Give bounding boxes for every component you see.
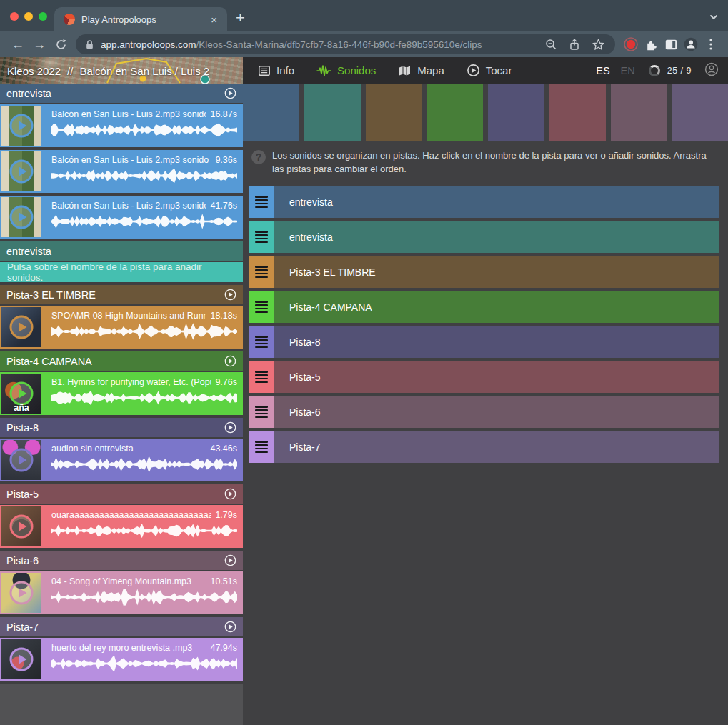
track-play-icon[interactable] [224, 621, 236, 633]
back-button[interactable]: ← [7, 34, 29, 55]
tab-title: Play Antropoloops [81, 14, 201, 25]
clip-play-icon[interactable] [9, 205, 34, 229]
clip-thumbnail[interactable]: aña [1, 374, 41, 414]
clip-play-icon[interactable] [9, 381, 34, 406]
clip-play-icon[interactable] [9, 581, 34, 605]
minimize-window-icon[interactable] [24, 12, 33, 21]
track-play-icon[interactable] [224, 421, 236, 434]
help-box: ? Los sonidos se organizan en pistas. Ha… [243, 141, 728, 176]
audio-clip[interactable]: Balcón en San Luis - Luis 2.mp3 sonido h… [0, 150, 243, 193]
track-row-8[interactable]: Pista-7 [249, 431, 719, 463]
breadcrumb-project[interactable]: Kleos 2022 [7, 64, 61, 76]
track-header[interactable]: Pista-7 [0, 617, 243, 636]
row-track-name: entrevista [289, 231, 333, 243]
audio-clip[interactable]: añaB1. Hymns for purifying water, Etc. (… [0, 372, 243, 415]
tab-close-icon[interactable]: × [208, 13, 220, 26]
track-row-7[interactable]: Pista-6 [249, 396, 719, 428]
clip-waveform [51, 588, 237, 606]
audio-clip[interactable]: ouaraaaaaaaaaaaaaaaaaaaaaaaaaaaaaaaaaaa.… [0, 505, 243, 548]
breadcrumb-separator: // [67, 64, 73, 76]
track-header[interactable]: entrevista [0, 84, 243, 103]
clip-play-icon[interactable] [9, 448, 34, 472]
audio-clip[interactable]: SPOAMR 08 High Mountains and Running ...… [0, 306, 243, 349]
lang-es-button[interactable]: ES [596, 65, 609, 76]
new-tab-button[interactable]: + [236, 10, 245, 26]
track-play-icon[interactable] [224, 488, 236, 500]
drag-handle[interactable] [249, 396, 274, 428]
lang-en-button[interactable]: EN [621, 65, 635, 76]
audio-clip[interactable]: Balcón en San Luis - Luis 2.mp3 sonido h… [0, 196, 243, 239]
clip-thumbnail[interactable] [1, 573, 41, 613]
side-panel-icon[interactable] [661, 34, 681, 54]
drag-handle[interactable] [249, 361, 274, 393]
url-text[interactable]: app.antropoloops.com/Kleos-Santa-Marina/… [101, 39, 536, 50]
account-icon[interactable] [704, 62, 719, 79]
clip-thumbnail[interactable] [1, 440, 41, 480]
zoom-window-icon[interactable] [39, 12, 47, 21]
url-bar[interactable]: app.antropoloops.com/Kleos-Santa-Marina/… [76, 34, 615, 54]
track-row-1[interactable]: entrevista [249, 186, 719, 218]
drag-handle[interactable] [249, 256, 274, 288]
map-thumbnail[interactable]: Kleos 2022 // Balcón en San Luis / Luis … [0, 57, 243, 84]
clip-thumbnail[interactable] [1, 506, 41, 546]
audio-clip[interactable]: Balcón en San Luis - Luis 2.mp3 sonido h… [0, 104, 243, 147]
audio-clip[interactable]: huerto del rey moro entrevista .mp347.94… [0, 638, 243, 681]
drag-handle-icon [255, 334, 268, 349]
nav-sonidos[interactable]: Sonidos [316, 64, 376, 77]
track-header[interactable]: entrevista [0, 241, 243, 261]
sidebar-track-4: Pista-4 CAMPANAañaB1. Hymns for purifyin… [0, 351, 243, 415]
audio-clip[interactable]: 04 - Song of Yimeng Mountain.mp310.51s [0, 571, 243, 614]
clip-play-icon[interactable] [9, 114, 34, 138]
zoom-icon[interactable] [542, 39, 559, 51]
clip-play-icon[interactable] [9, 315, 34, 339]
browser-menu-icon[interactable] [701, 34, 721, 54]
track-play-icon[interactable] [224, 355, 236, 367]
forward-button[interactable]: → [29, 34, 50, 55]
clip-counter: 25 / 9 [667, 66, 692, 76]
clip-thumbnail[interactable] [1, 639, 41, 679]
extensions-puzzle-icon[interactable] [641, 34, 661, 54]
clip-play-icon[interactable] [9, 647, 34, 671]
track-play-icon[interactable] [224, 87, 236, 99]
profile-avatar-icon[interactable] [681, 34, 701, 54]
record-extension-icon[interactable] [621, 34, 641, 54]
close-window-icon[interactable] [10, 12, 19, 21]
track-header[interactable]: Pista-4 CAMPANA [0, 351, 243, 371]
clip-thumbnail[interactable] [1, 151, 41, 191]
drag-handle[interactable] [249, 291, 274, 323]
nav-info[interactable]: Info [258, 64, 294, 77]
nav-tocar[interactable]: Tocar [467, 64, 512, 77]
track-header[interactable]: Pista-5 [0, 484, 243, 504]
swatch-1 [243, 84, 299, 141]
drag-handle[interactable] [249, 326, 274, 358]
reload-button[interactable] [50, 34, 71, 55]
track-header[interactable]: Pista-8 [0, 418, 243, 437]
track-row-6[interactable]: Pista-5 [249, 361, 719, 393]
track-play-icon[interactable] [224, 554, 236, 566]
track-row-5[interactable]: Pista-8 [249, 326, 719, 358]
drag-handle[interactable] [249, 186, 274, 218]
drag-handle[interactable] [249, 431, 274, 463]
track-play-icon[interactable] [224, 289, 236, 301]
browser-toolbar: ← → app.antropoloops.com/Kleos-Santa-Mar… [0, 31, 728, 57]
track-row-3[interactable]: Pista-3 EL TIMBRE [249, 256, 719, 288]
track-header[interactable]: Pista-6 [0, 551, 243, 570]
track-row-2[interactable]: entrevista [249, 221, 719, 253]
clip-thumbnail[interactable] [1, 197, 41, 237]
track-header[interactable]: Pista-3 EL TIMBRE [0, 285, 243, 304]
clip-play-icon[interactable] [9, 159, 34, 184]
clip-thumbnail[interactable] [1, 307, 41, 347]
clip-duration: 18.18s [210, 311, 237, 321]
share-icon[interactable] [566, 39, 583, 51]
drag-handle[interactable] [249, 221, 274, 253]
clip-thumbnail[interactable] [1, 106, 41, 146]
clip-waveform [51, 654, 237, 673]
track-name: entrevista [6, 246, 51, 257]
clip-play-icon[interactable] [9, 514, 34, 539]
browser-tab[interactable]: Play Antropoloops × [54, 7, 227, 31]
audio-clip[interactable]: audion sin entrevista43.46s [0, 439, 243, 481]
bookmark-star-icon[interactable] [589, 39, 607, 51]
nav-mapa[interactable]: Mapa [398, 64, 444, 77]
tab-strip-chevron-icon[interactable] [709, 10, 718, 23]
track-row-4[interactable]: Pista-4 CAMPANA [249, 291, 719, 323]
